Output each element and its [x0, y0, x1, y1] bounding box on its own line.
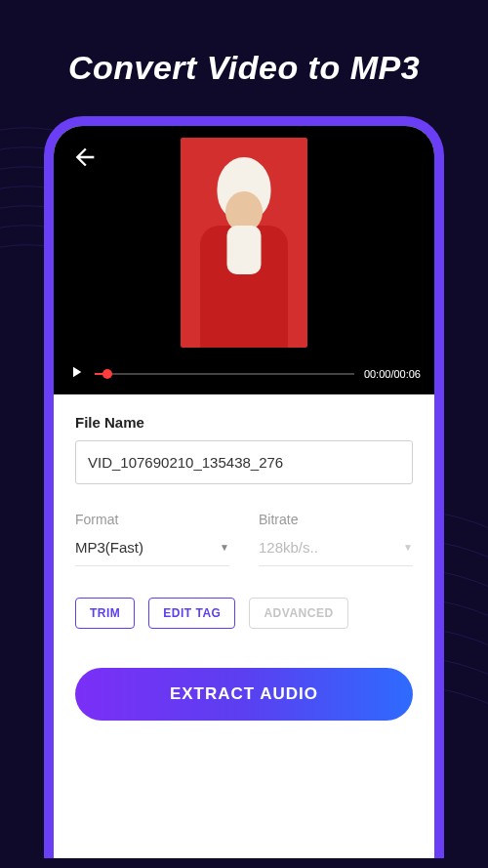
progress-handle[interactable] [102, 369, 112, 379]
video-preview: 00:00/00:06 [54, 126, 434, 394]
bitrate-value: 128kb/s.. [259, 539, 318, 556]
video-thumbnail [181, 138, 307, 348]
file-name-input[interactable] [75, 440, 413, 484]
format-label: Format [75, 512, 229, 527]
back-button[interactable] [71, 144, 99, 171]
player-controls: 00:00/00:06 [54, 353, 434, 394]
chevron-down-icon: ▼ [403, 542, 413, 553]
arrow-left-icon [71, 144, 99, 171]
format-dropdown[interactable]: MP3(Fast) ▼ [75, 539, 229, 566]
play-button[interactable] [67, 363, 85, 385]
chevron-down-icon: ▼ [220, 542, 229, 553]
extract-audio-button[interactable]: EXTRACT AUDIO [75, 668, 413, 721]
trim-button[interactable]: TRIM [75, 598, 135, 629]
advanced-button: ADVANCED [249, 598, 347, 629]
phone-frame: 00:00/00:06 File Name Format MP3(Fast) ▼… [44, 116, 444, 858]
form-panel: File Name Format MP3(Fast) ▼ Bitrate 128… [54, 394, 434, 740]
bitrate-label: Bitrate [259, 512, 413, 527]
edit-tag-button[interactable]: EDIT TAG [148, 598, 235, 629]
progress-slider[interactable] [95, 373, 354, 375]
time-display: 00:00/00:06 [364, 368, 421, 380]
file-name-label: File Name [75, 414, 413, 431]
play-icon [67, 363, 85, 381]
format-value: MP3(Fast) [75, 539, 143, 556]
bitrate-dropdown[interactable]: 128kb/s.. ▼ [259, 539, 413, 566]
